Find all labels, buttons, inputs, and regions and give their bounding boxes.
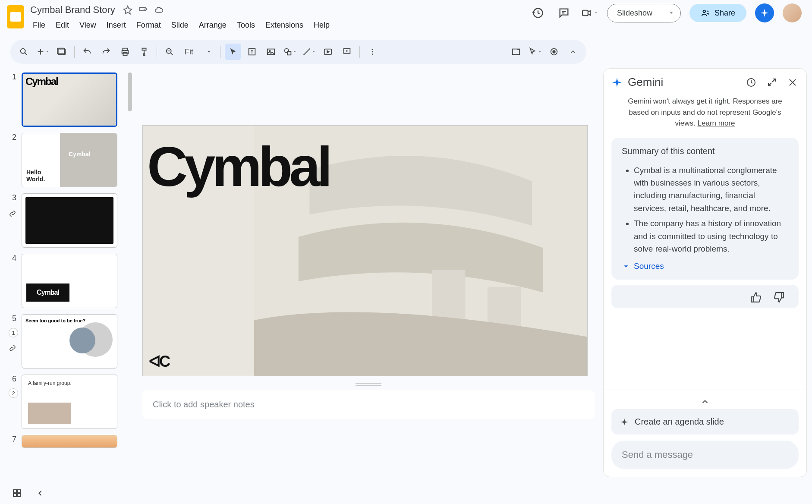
record-button[interactable] [546, 44, 562, 60]
close-icon[interactable] [787, 76, 799, 88]
share-button[interactable]: Share [689, 4, 746, 22]
doc-title[interactable]: Cymbal Brand Story [28, 3, 117, 16]
history-icon[interactable] [529, 4, 547, 22]
svg-rect-0 [582, 10, 588, 16]
slide-number: 3 [9, 193, 16, 248]
expand-suggestions[interactable] [611, 394, 799, 409]
select-tool[interactable] [225, 44, 241, 60]
learn-more-link[interactable]: Learn more [698, 119, 735, 127]
account-avatar[interactable] [783, 3, 802, 22]
filmstrip-scrollbar[interactable] [128, 72, 132, 111]
slide-number: 4 [9, 254, 16, 308]
thumbs-down-button[interactable] [773, 291, 786, 304]
comments-icon[interactable] [555, 4, 573, 22]
spark-icon [620, 418, 629, 426]
move-icon[interactable] [138, 5, 148, 15]
paint-format-button[interactable] [136, 44, 152, 60]
summary-title: Summary of this content [622, 146, 788, 156]
slide-thumbnail-4[interactable]: Cymbal [22, 254, 117, 308]
notes-resize-handle[interactable] [356, 383, 381, 386]
collapse-toolbar[interactable] [565, 44, 581, 60]
slide-thumbnail-2[interactable]: HelloWorld. Cymbal [22, 133, 117, 187]
video-tool[interactable] [320, 44, 336, 60]
thumb-text: A family-run group. [28, 380, 72, 386]
comment-badge[interactable]: 2 [9, 388, 18, 398]
image-tool[interactable] [263, 44, 279, 60]
comment-tool[interactable] [339, 44, 355, 60]
svg-rect-26 [17, 490, 20, 493]
slides-logo[interactable] [7, 5, 24, 28]
thumbs-up-button[interactable] [749, 291, 762, 304]
slide-corner-mark: ᐊC [149, 353, 169, 371]
layout-button[interactable] [54, 44, 70, 60]
chevron-down-icon [206, 49, 211, 54]
slideshow-dropdown[interactable] [662, 4, 680, 22]
link-icon [9, 210, 16, 217]
line-tool[interactable] [301, 44, 317, 60]
print-button[interactable] [117, 44, 133, 60]
textbox-tool[interactable] [244, 44, 260, 60]
undo-button[interactable] [79, 44, 95, 60]
gemini-launcher[interactable] [755, 3, 774, 22]
grid-view-button[interactable] [10, 487, 23, 500]
gemini-disclaimer: Gemini won't always get it right. Respon… [604, 96, 806, 135]
cursor-share-button[interactable] [527, 44, 543, 60]
collapse-filmstrip-button[interactable] [34, 487, 47, 500]
chevron-down-icon [622, 262, 630, 271]
zoom-select[interactable]: Fit [180, 46, 216, 58]
svg-rect-27 [13, 494, 16, 497]
slide-canvas[interactable]: Cymbal ᐊC [142, 125, 588, 376]
summary-card: Summary of this content Cymbal is a mult… [611, 138, 799, 280]
summary-bullet: Cymbal is a multinational conglomerate w… [634, 164, 788, 215]
menu-file[interactable]: File [28, 18, 50, 32]
meet-button[interactable] [581, 4, 598, 22]
new-slide-button[interactable] [35, 44, 51, 60]
slideshow-group: Slideshow [607, 4, 681, 22]
menu-help[interactable]: Help [309, 18, 334, 32]
ai-image-button[interactable] [508, 44, 524, 60]
menu-edit[interactable]: Edit [51, 18, 73, 32]
share-label: Share [714, 9, 735, 18]
gemini-history-icon[interactable] [745, 76, 757, 88]
slide-number: 2 [9, 133, 16, 187]
slide-title[interactable]: Cymbal [147, 134, 329, 199]
slide-thumbnail-1[interactable]: Cymbal [22, 72, 117, 127]
search-button[interactable] [16, 44, 32, 60]
menu-arrange[interactable]: Arrange [195, 18, 231, 32]
shape-tool[interactable] [282, 44, 298, 60]
svg-rect-28 [17, 494, 20, 497]
comment-badge[interactable]: 1 [9, 328, 18, 337]
svg-rect-25 [13, 490, 16, 493]
gemini-message-input[interactable]: Send a message [611, 441, 799, 469]
sources-toggle[interactable]: Sources [622, 261, 788, 271]
expand-icon[interactable] [766, 76, 778, 88]
svg-point-2 [21, 49, 25, 54]
slide-thumbnail-7[interactable] [22, 435, 117, 448]
more-tools[interactable] [364, 44, 381, 60]
bottom-bar [0, 482, 812, 504]
thumb-brand: Cymbal [26, 284, 69, 302]
speaker-notes[interactable]: Click to add speaker notes [142, 390, 595, 419]
slide-thumbnail-3[interactable] [22, 193, 117, 248]
menu-tools[interactable]: Tools [233, 18, 259, 32]
menu-view[interactable]: View [75, 18, 101, 32]
star-icon[interactable] [123, 5, 132, 15]
cloud-icon[interactable] [154, 5, 164, 15]
svg-point-1 [703, 10, 705, 13]
thumb-text: HelloWorld. [26, 169, 45, 183]
redo-button[interactable] [98, 44, 114, 60]
thumb-brand: Cymbal [25, 76, 58, 88]
slide-thumbnail-5[interactable]: Seem too good to be true? [22, 314, 117, 369]
menu-slide[interactable]: Slide [167, 18, 193, 32]
thumb-text: Seem too good to be true? [25, 318, 85, 323]
menu-format[interactable]: Format [132, 18, 165, 32]
slide-number: 5 1 [9, 314, 16, 369]
menu-insert[interactable]: Insert [102, 18, 130, 32]
svg-point-16 [372, 49, 373, 50]
suggestion-chip[interactable]: Create an agenda slide [611, 409, 799, 435]
slideshow-button[interactable]: Slideshow [607, 4, 662, 22]
filmstrip[interactable]: 1 Cymbal 2 HelloWorld. Cymbal 3 [0, 68, 134, 482]
menu-extensions[interactable]: Extensions [261, 18, 308, 32]
slide-thumbnail-6[interactable]: A family-run group. [22, 375, 117, 429]
zoom-out-button[interactable] [161, 44, 178, 60]
